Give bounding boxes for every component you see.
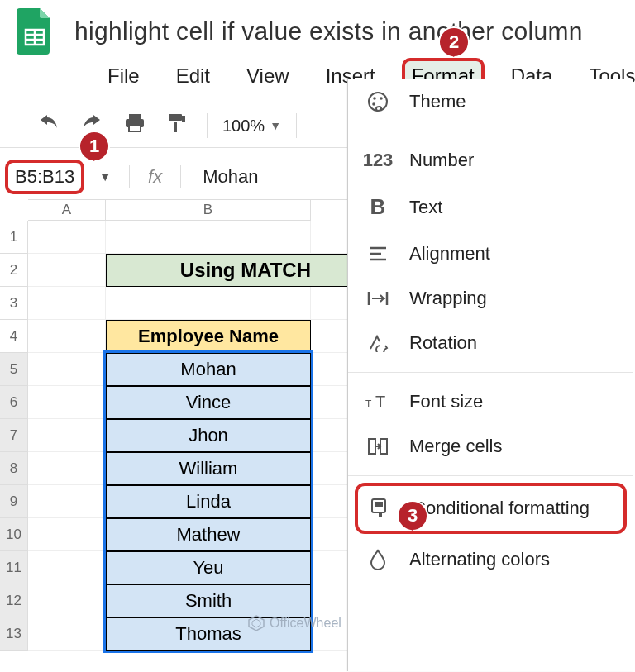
document-title[interactable]: highlight cell if value exists in anothe… [55,17,583,45]
cell[interactable] [28,551,106,584]
cell[interactable] [28,452,106,485]
cell[interactable] [311,452,347,485]
row-header[interactable]: 11 [0,551,28,584]
row-header[interactable]: 4 [0,320,28,353]
zoom-dropdown[interactable]: 100% ▼ [222,117,281,136]
cell[interactable] [106,287,311,320]
callout-badge-2: 2 [438,26,470,58]
cell-data[interactable]: Yeu [106,551,311,584]
cell[interactable] [28,584,106,617]
rotation-icon [365,334,391,352]
menu-theme[interactable]: Theme [348,79,633,124]
menu-font-size[interactable]: TT Font size [348,379,633,424]
cell[interactable] [28,617,106,651]
watermark: OfficeWheel [248,615,341,631]
cell[interactable] [106,221,311,254]
menu-label: Conditional formatting [413,498,590,519]
paint-format-icon[interactable] [162,109,192,142]
titlebar: highlight cell if value exists in anothe… [0,0,635,56]
cell-data[interactable]: Jhon [106,419,311,452]
menu-alignment[interactable]: Alignment [348,231,633,276]
spreadsheet-grid[interactable]: A B 1 2 3 4 5 6 7 8 9 10 11 12 13 Using … [0,199,347,651]
svg-rect-7 [169,114,182,121]
menu-label: Alignment [409,243,490,265]
cell[interactable] [28,221,106,254]
cell[interactable] [311,287,347,320]
svg-rect-4 [129,114,141,119]
cell[interactable] [311,386,347,419]
menu-rotation[interactable]: Rotation [348,321,633,365]
cell[interactable] [311,551,347,584]
toolbar: 100% ▼ [0,99,347,148]
row-header[interactable]: 1 [0,221,28,254]
chevron-down-icon: ▼ [270,119,281,132]
cell[interactable] [28,419,106,452]
menu-label: Merge cells [409,436,502,457]
cell[interactable] [28,386,106,419]
cell[interactable] [311,584,347,617]
svg-point-9 [373,97,376,100]
menu-view[interactable]: View [236,58,299,94]
callout-badge-1: 1 [79,131,110,162]
menu-text[interactable]: B Text [348,183,633,231]
menu-merge-cells[interactable]: Merge cells [348,424,633,469]
column-header-b[interactable]: B [106,200,311,221]
cell[interactable] [311,419,347,452]
zoom-value: 100% [222,117,265,136]
chevron-down-icon[interactable]: ▼ [94,170,119,183]
row-header[interactable]: 7 [0,419,28,452]
cell-data[interactable]: Smith [106,584,311,617]
cell-data[interactable]: William [106,452,311,485]
menu-label: Font size [409,391,483,412]
name-box[interactable]: B5:B13 [5,160,84,194]
cell[interactable] [311,518,347,551]
row-header[interactable]: 9 [0,485,28,518]
row-header[interactable]: 10 [0,518,28,551]
formula-value[interactable]: Mohan [191,166,258,188]
cell[interactable] [28,485,106,518]
cell[interactable] [28,287,106,320]
row-header[interactable]: 3 [0,287,28,320]
undo-icon[interactable] [33,111,64,141]
menu-number[interactable]: 123 Number [348,138,633,183]
cell-data[interactable]: Linda [106,485,311,518]
menu-file[interactable]: File [98,58,150,94]
menu-alternating-colors[interactable]: Alternating colors [348,537,633,582]
cell[interactable] [28,518,106,551]
row-header[interactable]: 13 [0,617,28,651]
menu-conditional-formatting[interactable]: Conditional formatting [355,483,627,534]
row-header[interactable]: 12 [0,584,28,617]
menu-label: Text [409,197,442,218]
column-header-a[interactable]: A [28,200,106,221]
menu-label: Number [409,150,474,171]
print-icon[interactable] [119,110,150,141]
menu-wrapping[interactable]: Wrapping [348,276,633,321]
menu-edit[interactable]: Edit [166,58,220,94]
cell-data[interactable]: Vince [106,386,311,419]
cell[interactable] [28,353,106,386]
cell[interactable] [28,320,106,353]
row-header[interactable]: 6 [0,386,28,419]
font-size-icon: TT [365,393,391,411]
cell[interactable] [311,254,347,287]
svg-rect-23 [379,512,382,517]
cell[interactable] [28,254,106,287]
cell-data[interactable]: Mohan [106,353,311,386]
formula-bar: B5:B13 ▼ fx Mohan [0,148,347,199]
cell-table-header[interactable]: Employee Name [106,320,311,353]
row-header[interactable]: 8 [0,452,28,485]
row-header[interactable]: 5 [0,353,28,386]
svg-point-8 [369,93,387,111]
cell-section-title[interactable]: Using MATCH [106,254,311,287]
cell[interactable] [311,485,347,518]
svg-rect-22 [375,502,383,507]
number-icon: 123 [365,150,391,171]
menu-label: Wrapping [409,288,487,309]
conditional-formatting-icon [368,498,394,519]
cell-data[interactable]: Mathew [106,518,311,551]
svg-point-10 [380,97,383,100]
cell[interactable] [311,353,347,386]
cell[interactable] [311,320,347,353]
cell[interactable] [311,221,347,254]
row-header[interactable]: 2 [0,254,28,287]
